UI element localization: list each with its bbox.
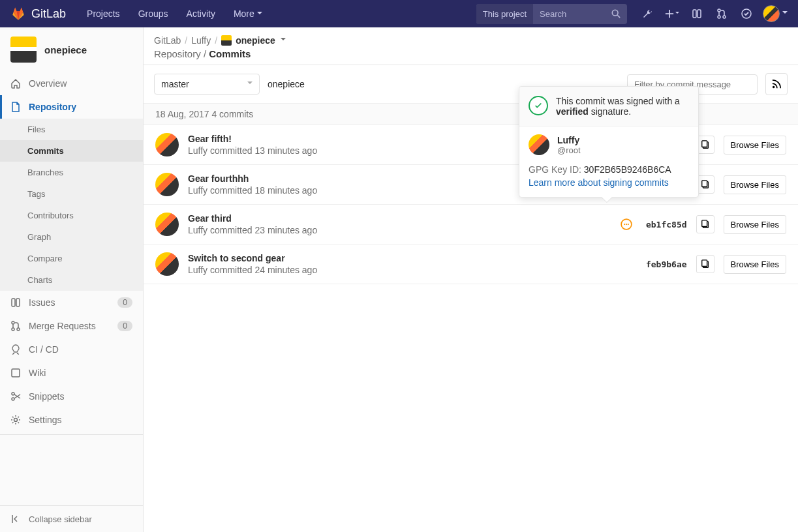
nav-groups[interactable]: Groups: [130, 2, 176, 25]
copy-sha-button[interactable]: [696, 255, 714, 273]
svg-point-5: [718, 16, 720, 18]
gpg-label: GPG Key ID:: [529, 164, 584, 175]
issues-link[interactable]: [686, 3, 708, 25]
search-input[interactable]: [533, 4, 605, 24]
svg-point-15: [12, 392, 14, 395]
sidebar-item-wiki[interactable]: Wiki: [0, 361, 143, 385]
nav-more[interactable]: More: [226, 2, 270, 25]
search-container: This project: [476, 4, 627, 24]
sidebar-label: Issues: [29, 297, 55, 308]
commit-row: Switch to second gear Luffy committed 24…: [144, 244, 798, 284]
sidebar-item-overview[interactable]: Overview: [0, 72, 143, 95]
browse-files-button[interactable]: Browse Files: [724, 136, 786, 155]
pipeline-pending-icon[interactable]: [621, 218, 632, 230]
gpg-value: 30F2B65B9246B6CA: [584, 164, 671, 175]
rss-button[interactable]: [765, 73, 788, 95]
sidebar-project[interactable]: onepiece: [0, 27, 143, 72]
search-scope[interactable]: This project: [476, 4, 533, 24]
commit-author-avatar[interactable]: [155, 252, 179, 276]
scissors-icon: [10, 391, 21, 402]
sub-graph[interactable]: Graph: [0, 226, 143, 248]
sub-compare[interactable]: Compare: [0, 248, 143, 269]
crumb-owner[interactable]: Luffy: [191, 35, 211, 46]
browse-files-button[interactable]: Browse Files: [724, 215, 786, 234]
issues-count: 0: [117, 297, 132, 308]
todos-link[interactable]: [735, 3, 758, 25]
sub-contributors[interactable]: Contributors: [0, 205, 143, 226]
svg-point-17: [773, 86, 775, 89]
popover-message: This commit was signed with a verified s…: [556, 96, 689, 117]
navbar-nav: Projects Groups Activity More: [79, 2, 270, 25]
rss-icon: [772, 80, 781, 89]
search-button[interactable]: [605, 4, 627, 23]
browse-files-button[interactable]: Browse Files: [724, 175, 786, 194]
crumb-project[interactable]: onepiece: [221, 35, 286, 46]
nav-activity[interactable]: Activity: [179, 2, 223, 25]
copy-sha-button[interactable]: [696, 215, 714, 233]
crumb-section[interactable]: Repository: [154, 48, 201, 59]
commit-actions: eb1fc85dBrowse Files: [621, 215, 786, 234]
sub-branches[interactable]: Branches: [0, 162, 143, 183]
sub-commits[interactable]: Commits: [0, 140, 143, 162]
commit-sha[interactable]: eb1fc85d: [641, 220, 687, 229]
doc-icon: [10, 102, 21, 112]
sidebar-divider: [0, 434, 143, 435]
svg-point-25: [627, 224, 628, 225]
check-circle-icon: [529, 96, 548, 115]
new-dropdown[interactable]: [661, 3, 683, 25]
project-avatar: [10, 37, 37, 63]
sidebar-label: Merge Requests: [29, 321, 96, 331]
commit-list: Gear fifth! Luffy committed 13 minutes a…: [144, 125, 798, 284]
project-name: onepiece: [44, 44, 87, 55]
sidebar-label: Wiki: [29, 368, 46, 378]
gitlab-logo[interactable]: GitLab: [10, 7, 66, 21]
sidebar-item-mrs[interactable]: Merge Requests 0: [0, 314, 143, 338]
issue-icon: [10, 297, 21, 308]
crumb-project-avatar: [221, 35, 232, 46]
sub-files[interactable]: Files: [0, 119, 143, 140]
commit-author-avatar[interactable]: [155, 173, 179, 196]
sub-tags[interactable]: Tags: [0, 183, 143, 205]
home-icon: [10, 78, 21, 89]
sidebar-item-issues[interactable]: Issues 0: [0, 291, 143, 314]
svg-point-14: [12, 398, 14, 400]
svg-rect-13: [12, 369, 20, 377]
learn-more-link[interactable]: Learn more about signing commits: [529, 177, 689, 188]
clipboard-icon: [701, 140, 710, 149]
date-header: 18 Aug, 2017 4 commits: [144, 103, 798, 125]
commit-sha[interactable]: feb9b6ae: [641, 259, 687, 269]
commit-meta: Luffy committed 23 minutes ago: [188, 225, 611, 235]
sidebar: onepiece Overview Repository Files Commi…: [0, 27, 144, 532]
svg-point-11: [12, 328, 14, 331]
merge-requests-link[interactable]: [711, 3, 733, 25]
commit-row: Gear fifth! Luffy committed 13 minutes a…: [144, 125, 798, 165]
commit-title[interactable]: Gear third: [188, 213, 611, 224]
path-text[interactable]: onepiece: [268, 79, 305, 89]
popover-user-handle: @root: [557, 145, 581, 155]
nav-projects[interactable]: Projects: [79, 2, 128, 25]
clipboard-icon: [701, 220, 710, 229]
sidebar-item-repository[interactable]: Repository: [0, 95, 143, 119]
collapse-sidebar[interactable]: Collapse sidebar: [0, 506, 143, 532]
issue-icon: [692, 8, 702, 19]
mrs-count: 0: [117, 321, 132, 331]
sidebar-item-cicd[interactable]: CI / CD: [0, 338, 143, 361]
sidebar-sub-repository: Files Commits Branches Tags Contributors…: [0, 119, 143, 291]
commit-title[interactable]: Switch to second gear: [188, 253, 632, 263]
crumb-root[interactable]: GitLab: [154, 35, 181, 46]
branch-select[interactable]: master: [154, 74, 260, 95]
sub-charts[interactable]: Charts: [0, 269, 143, 291]
browse-files-button[interactable]: Browse Files: [724, 255, 786, 274]
sidebar-item-settings[interactable]: Settings: [0, 408, 143, 432]
sidebar-label: CI / CD: [29, 344, 59, 355]
mr-icon: [716, 8, 727, 19]
user-menu[interactable]: [763, 5, 788, 22]
book-icon: [10, 368, 21, 378]
svg-rect-2: [693, 10, 696, 18]
rocket-icon: [10, 344, 21, 355]
admin-wrench-button[interactable]: [636, 3, 658, 25]
commit-author-avatar[interactable]: [155, 213, 179, 236]
sidebar-item-snippets[interactable]: Snippets: [0, 385, 143, 408]
sidebar-label: Settings: [29, 415, 62, 425]
commit-author-avatar[interactable]: [155, 133, 179, 156]
